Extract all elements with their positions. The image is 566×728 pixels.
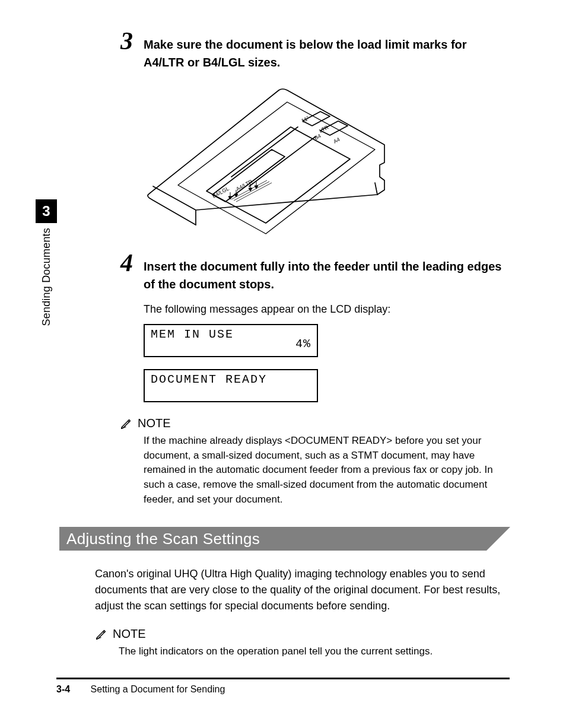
note-label-2: NOTE: [113, 627, 146, 641]
step-4: 4 Insert the document fully into the fee…: [95, 257, 510, 507]
label-11: 11": [300, 115, 310, 124]
section-paragraph: Canon's original UHQ (Ultra High Quality…: [95, 566, 510, 614]
lcd-display-2: DOCUMENT READY: [144, 369, 318, 402]
svg-marker-3: [234, 194, 238, 197]
chapter-number: 3: [36, 199, 57, 223]
pencil-icon: [120, 417, 133, 430]
lcd2-line1: DOCUMENT READY: [151, 373, 311, 387]
step-3-title: Make sure the document is below the load…: [144, 36, 510, 71]
page-number: 3-4: [56, 684, 70, 694]
chapter-label: Sending Documents: [40, 228, 53, 326]
note-body-2: The light indicators on the operation pa…: [119, 644, 510, 659]
section-title: Adjusting the Scan Settings: [66, 530, 260, 548]
feeder-illustration: 11" LTR B4 A4 B4/LGL A4/LTR: [142, 85, 392, 240]
pencil-icon: [95, 628, 108, 641]
chapter-tab: 3 Sending Documents: [36, 199, 57, 326]
lcd-line1: MEM IN USE: [151, 328, 311, 342]
section-heading: Adjusting the Scan Settings: [59, 527, 510, 551]
note-body-1: If the machine already displays <DOCUMEN…: [144, 434, 510, 507]
lcd-display-1: MEM IN USE 4%: [144, 324, 318, 357]
note-label: NOTE: [138, 417, 171, 430]
lcd-percent: 4%: [295, 337, 311, 351]
footer: 3-4 Setting a Document for Sending: [56, 684, 225, 695]
note-block-1: NOTE If the machine already displays <DO…: [120, 417, 510, 507]
step-3: 3 Make sure the document is below the lo…: [95, 36, 510, 240]
label-a4: A4: [332, 136, 341, 145]
step-number-4: 4: [120, 250, 133, 275]
step-4-title: Insert the document fully into the feede…: [144, 257, 510, 293]
step-4-followup: The following messages appear on the LCD…: [144, 301, 510, 317]
footer-title: Setting a Document for Sending: [91, 684, 225, 694]
note-block-2: NOTE The light indicators on the operati…: [95, 627, 510, 659]
step-number-3: 3: [120, 28, 133, 53]
footer-rule: [56, 678, 510, 679]
label-b4lgl: B4/LGL: [211, 186, 230, 199]
